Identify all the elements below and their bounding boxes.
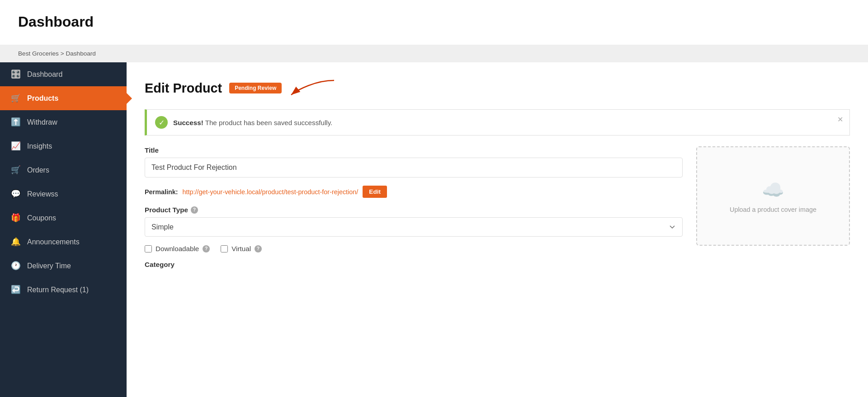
- arrow-annotation: [289, 76, 343, 100]
- sidebar-item-label: Products: [27, 94, 116, 103]
- sidebar-item-insights[interactable]: 📈 Insights: [0, 134, 127, 158]
- top-header: Dashboard: [0, 0, 868, 45]
- sidebar-item-return-request[interactable]: ↩️ Return Request (1): [0, 278, 127, 302]
- alert-body: The product has been saved successfully.: [203, 119, 333, 126]
- sidebar-item-label: Orders: [27, 166, 116, 174]
- edit-product-header: Edit Product Pending Review: [145, 76, 850, 100]
- form-sidebar: ☁️ Upload a product cover image: [696, 146, 850, 276]
- sidebar-item-label: Delivery Time: [27, 262, 116, 270]
- sidebar-item-coupons[interactable]: 🎁 Coupons: [0, 206, 127, 230]
- sidebar-item-announcements[interactable]: 🔔 Announcements: [0, 230, 127, 254]
- downloadable-help-icon[interactable]: ?: [203, 245, 210, 252]
- alert-message: Success! The product has been saved succ…: [173, 119, 332, 126]
- alert-bold: Success!: [173, 119, 203, 126]
- product-type-help-icon[interactable]: ?: [191, 206, 198, 214]
- title-input[interactable]: [145, 158, 683, 177]
- status-badge: Pending Review: [229, 83, 282, 93]
- upload-cloud-icon: ☁️: [762, 179, 784, 201]
- sidebar-item-delivery-time[interactable]: 🕐 Delivery Time: [0, 254, 127, 278]
- alert-success: ✓ Success! The product has been saved su…: [145, 109, 850, 135]
- sidebar-item-label: Return Request (1): [27, 286, 116, 294]
- sidebar-item-dashboard[interactable]: 🎛️ Dashboard: [0, 62, 127, 86]
- withdraw-icon: ⬆️: [11, 117, 21, 127]
- upload-text: Upload a product cover image: [730, 206, 816, 213]
- main-layout: 🎛️ Dashboard 🛒 Products ⬆️ Withdraw 📈 In…: [0, 62, 868, 397]
- insights-icon: 📈: [11, 141, 21, 151]
- downloadable-field[interactable]: Downloadable ?: [145, 245, 210, 252]
- breadcrumb-separator: >: [61, 50, 64, 57]
- title-field-group: Title: [145, 146, 683, 177]
- edit-product-heading: Edit Product: [145, 81, 222, 96]
- sidebar: 🎛️ Dashboard 🛒 Products ⬆️ Withdraw 📈 In…: [0, 62, 127, 397]
- delivery-time-icon: 🕐: [11, 261, 21, 271]
- sidebar-item-label: Withdraw: [27, 118, 116, 126]
- page-wrapper: Dashboard Best Groceries > Dashboard 🎛️ …: [0, 0, 868, 397]
- product-type-field-group: Product Type ? Simple Variable External/…: [145, 206, 683, 237]
- permalink-row: Permalink: http://get-your-vehicle.local…: [145, 186, 683, 198]
- category-label: Category: [145, 261, 683, 268]
- form-section: Title Permalink: http://get-your-vehicle…: [145, 146, 850, 276]
- virtual-label: Virtual: [231, 245, 251, 252]
- permalink-label: Permalink:: [145, 188, 178, 196]
- sidebar-item-withdraw[interactable]: ⬆️ Withdraw: [0, 110, 127, 134]
- checkbox-row: Downloadable ? Virtual ?: [145, 245, 683, 252]
- sidebar-item-label: Insights: [27, 142, 116, 150]
- reviewss-icon: 💬: [11, 189, 21, 199]
- products-icon: 🛒: [11, 93, 21, 103]
- virtual-help-icon[interactable]: ?: [255, 245, 262, 252]
- sidebar-item-label: Coupons: [27, 214, 116, 222]
- title-label: Title: [145, 146, 683, 154]
- sidebar-item-label: Dashboard: [27, 70, 116, 79]
- page-title: Dashboard: [18, 14, 850, 30]
- product-type-label: Product Type ?: [145, 206, 683, 214]
- sidebar-item-label: Reviewss: [27, 190, 116, 198]
- annotation-arrow: [289, 76, 343, 98]
- alert-close-button[interactable]: ✕: [837, 115, 843, 124]
- breadcrumb-current: Dashboard: [66, 50, 96, 57]
- image-upload-box[interactable]: ☁️ Upload a product cover image: [696, 146, 850, 246]
- breadcrumb-store: Best Groceries: [18, 50, 59, 57]
- sidebar-item-reviewss[interactable]: 💬 Reviewss: [0, 182, 127, 206]
- category-field-group: Category: [145, 261, 683, 268]
- permalink-link[interactable]: http://get-your-vehicle.local/product/te…: [183, 188, 359, 196]
- announcements-icon: 🔔: [11, 237, 21, 247]
- downloadable-checkbox[interactable]: [145, 245, 152, 252]
- coupons-icon: 🎁: [11, 213, 21, 223]
- return-request-icon: ↩️: [11, 285, 21, 294]
- breadcrumb: Best Groceries > Dashboard: [0, 45, 868, 62]
- content-area: Edit Product Pending Review: [127, 62, 868, 397]
- sidebar-item-products[interactable]: 🛒 Products: [0, 86, 127, 110]
- permalink-edit-button[interactable]: Edit: [363, 186, 387, 198]
- product-type-label-text: Product Type: [145, 206, 188, 214]
- product-type-select[interactable]: Simple Variable External/Affiliate: [145, 217, 683, 237]
- sidebar-item-orders[interactable]: 🛒 Orders: [0, 158, 127, 182]
- downloadable-label: Downloadable: [156, 245, 199, 252]
- dashboard-icon: 🎛️: [11, 70, 21, 79]
- virtual-checkbox[interactable]: [221, 245, 228, 252]
- virtual-field[interactable]: Virtual ?: [221, 245, 262, 252]
- sidebar-item-label: Announcements: [27, 238, 116, 246]
- alert-check-icon: ✓: [155, 116, 168, 129]
- orders-icon: 🛒: [11, 165, 21, 175]
- form-main: Title Permalink: http://get-your-vehicle…: [145, 146, 683, 276]
